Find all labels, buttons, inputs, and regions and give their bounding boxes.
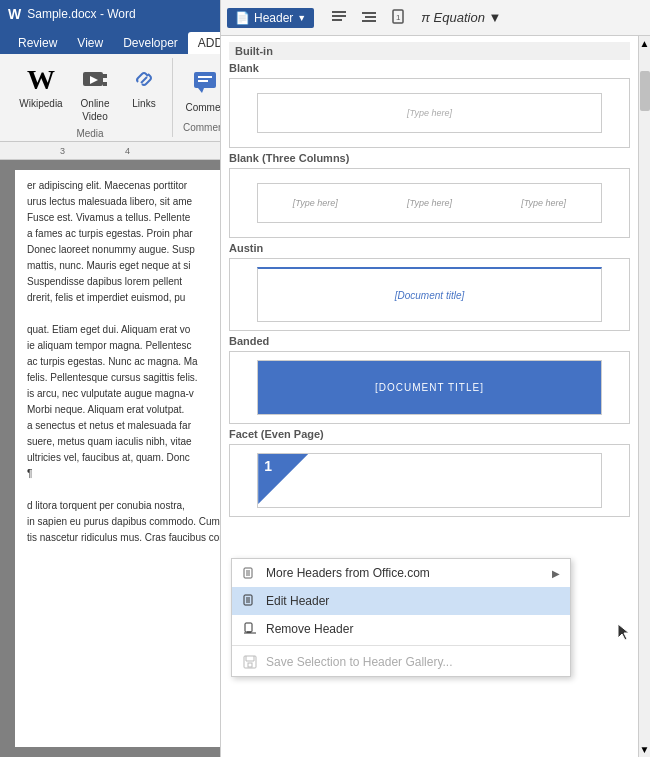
app-icon: W — [8, 6, 21, 22]
main-area: er adipiscing elit. Maecenas porttitor u… — [0, 160, 650, 757]
context-menu-item-remove-header[interactable]: Remove Header — [232, 615, 570, 643]
header-dropdown-panel: 📄 Header ▼ 1 π Equation ▼ Built-in B — [220, 160, 650, 757]
comment-icon — [191, 68, 223, 100]
facet-page-number: 1 — [264, 458, 272, 474]
facet-header-preview: 1 — [257, 453, 602, 508]
svg-line-4 — [141, 77, 147, 83]
gallery-item-banded[interactable]: [DOCUMENT TITLE] — [229, 351, 630, 424]
banded-placeholder: [DOCUMENT TITLE] — [375, 382, 484, 393]
remove-header-label: Remove Header — [266, 622, 353, 636]
gallery-item-label-banded: Banded — [229, 335, 630, 347]
tab-developer[interactable]: Developer — [113, 32, 188, 54]
ruler-mark-4: 4 — [125, 146, 130, 156]
scroll-down-button[interactable]: ▼ — [638, 742, 650, 757]
context-menu-item-edit-header[interactable]: Edit Header — [232, 587, 570, 615]
more-headers-arrow: ▶ — [552, 568, 560, 579]
save-gallery-label: Save Selection to Header Gallery... — [266, 655, 453, 669]
svg-rect-2 — [103, 74, 107, 78]
title-bar-left: W Sample.docx - Word — [8, 6, 136, 22]
wikipedia-button[interactable]: W Wikipedia — [16, 62, 66, 111]
online-video-icon — [79, 64, 111, 96]
wikipedia-icon: W — [25, 64, 57, 96]
three-col-header-preview: [Type here] [Type here] [Type here] — [257, 183, 602, 223]
gallery-scrollbar[interactable]: ▲ ▼ — [638, 160, 650, 757]
links-icon — [128, 64, 160, 96]
svg-rect-25 — [245, 623, 252, 632]
gallery-item-label-austin: Austin — [229, 242, 630, 254]
three-col-placeholder-2: [Type here] — [407, 198, 452, 208]
svg-rect-3 — [103, 82, 107, 86]
ribbon-group-media: W Wikipedia Online Video Links Media — [8, 58, 173, 137]
svg-marker-6 — [198, 88, 204, 93]
gallery-item-three-col[interactable]: [Type here] [Type here] [Type here] — [229, 168, 630, 238]
more-headers-icon — [242, 565, 258, 581]
banded-header-preview: [DOCUMENT TITLE] — [257, 360, 602, 415]
edit-header-label: Edit Header — [266, 594, 329, 608]
gallery-item-austin[interactable]: [Document title] — [229, 258, 630, 331]
austin-placeholder: [Document title] — [395, 290, 464, 301]
tab-review[interactable]: Review — [8, 32, 67, 54]
three-col-placeholder-1: [Type here] — [293, 198, 338, 208]
three-col-placeholder-3: [Type here] — [521, 198, 566, 208]
austin-header-preview: [Document title] — [257, 267, 602, 322]
title-bar-text: Sample.docx - Word — [27, 7, 136, 21]
context-menu-item-more-headers[interactable]: More Headers from Office.com ▶ — [232, 559, 570, 587]
gallery-item-label-facet: Facet (Even Page) — [229, 428, 630, 440]
context-menu-item-save-gallery: Save Selection to Header Gallery... — [232, 648, 570, 676]
ruler-mark-3: 3 — [60, 146, 65, 156]
tab-view[interactable]: View — [67, 32, 113, 54]
links-button[interactable]: Links — [124, 62, 164, 111]
gallery-item-facet[interactable]: 1 — [229, 444, 630, 517]
context-menu: More Headers from Office.com ▶ Edit Head… — [231, 558, 571, 677]
context-menu-separator — [232, 645, 570, 646]
remove-header-icon — [242, 621, 258, 637]
edit-header-icon — [242, 593, 258, 609]
gallery-item-label-three-col: Blank (Three Columns) — [229, 160, 630, 164]
ruler-marks: 3 4 — [60, 146, 130, 156]
online-video-button[interactable]: Online Video — [70, 62, 120, 124]
save-gallery-icon — [242, 654, 258, 670]
more-headers-label: More Headers from Office.com — [266, 566, 430, 580]
svg-rect-30 — [248, 663, 252, 667]
